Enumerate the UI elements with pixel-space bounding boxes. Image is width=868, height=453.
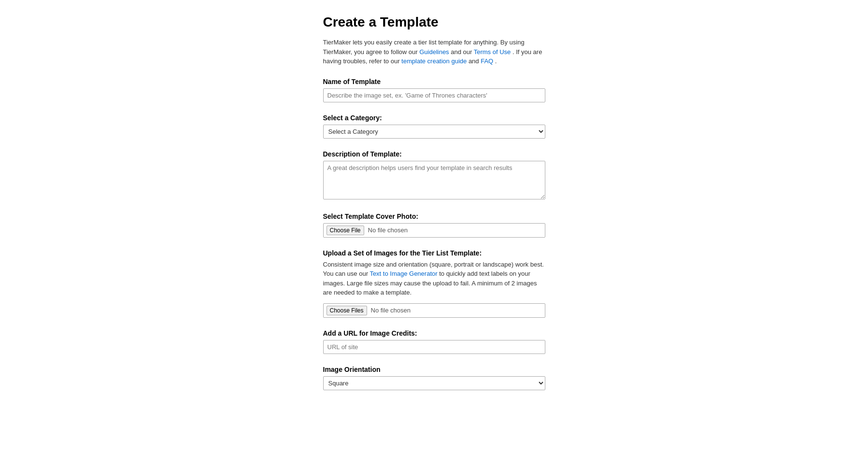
choose-file-button[interactable]: Choose File [327,226,364,235]
cover-photo-input-wrapper: Choose File No file chosen [323,223,545,238]
category-select[interactable]: Select a Category Anime Music Movies TV … [323,125,545,139]
orientation-label: Image Orientation [323,366,545,373]
url-section: Add a URL for Image Credits: [323,329,545,354]
guidelines-link[interactable]: Guidelines [419,48,449,56]
description-section: Description of Template: [323,150,545,201]
text-to-image-link[interactable]: Text to Image Generator [370,270,437,277]
choose-files-wrapper: Choose Files No file chosen [323,303,545,318]
faq-link[interactable]: FAQ [481,57,493,65]
cover-photo-section: Select Template Cover Photo: Choose File… [323,212,545,238]
name-label: Name of Template [323,78,545,85]
orientation-select[interactable]: Square Portrait Landscape [323,376,545,390]
terms-link[interactable]: Terms of Use [474,48,511,56]
category-label: Select a Category: [323,114,545,122]
description-label: Description of Template: [323,150,545,158]
choose-files-no-file: No file chosen [371,307,411,314]
choose-files-button[interactable]: Choose Files [327,306,367,315]
name-input[interactable] [323,88,545,102]
page-title: Create a Template [323,14,545,30]
intro-text: TierMaker lets you easily create a tier … [323,38,545,66]
orientation-section: Image Orientation Square Portrait Landsc… [323,366,545,390]
upload-help-text: Consistent image size and orientation (s… [323,260,545,297]
description-textarea[interactable] [323,161,545,199]
category-section: Select a Category: Select a Category Ani… [323,114,545,139]
cover-photo-no-file: No file chosen [368,226,408,234]
url-label: Add a URL for Image Credits: [323,329,545,337]
upload-images-label: Upload a Set of Images for the Tier List… [323,249,545,257]
upload-images-section: Upload a Set of Images for the Tier List… [323,249,545,318]
url-input[interactable] [323,340,545,354]
cover-photo-label: Select Template Cover Photo: [323,212,545,220]
name-section: Name of Template [323,78,545,102]
template-guide-link[interactable]: template creation guide [401,57,467,65]
